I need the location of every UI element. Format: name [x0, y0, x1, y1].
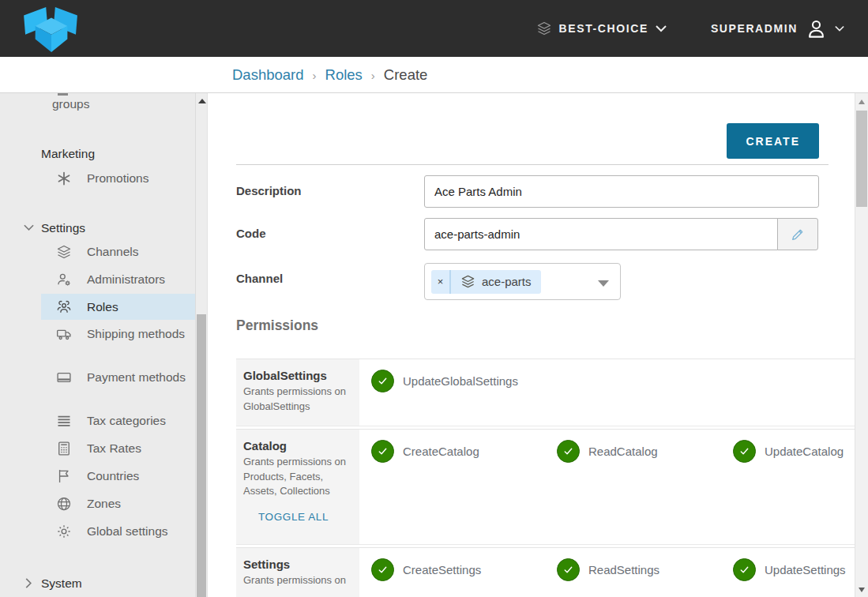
permission-row-globalsettings: GlobalSettings Grants permissions on Glo…: [236, 359, 855, 426]
toggle-UpdateGlobalSettings[interactable]: UpdateGlobalSettings: [371, 370, 557, 392]
permission-row-settings: Settings Grants permissions on CreateSet…: [236, 547, 855, 597]
check-icon: [733, 440, 756, 463]
check-icon: [733, 558, 756, 581]
sidebar-item-shipping-methods[interactable]: Shipping methods: [52, 324, 196, 344]
main-scrollbar[interactable]: [855, 93, 868, 597]
breadcrumb: Dashboard › Roles › Create: [0, 57, 868, 93]
sidebar-scrollbar-thumb[interactable]: [197, 314, 206, 597]
truck-icon: [56, 326, 72, 342]
sidebar-item-global-settings[interactable]: Global settings: [52, 521, 196, 541]
toggle-all-link[interactable]: TOGGLE ALL: [258, 511, 329, 523]
description-input[interactable]: [424, 175, 819, 208]
sidebar-scrollbar[interactable]: [195, 93, 208, 597]
permission-row-catalog: Catalog Grants permissions on Products, …: [236, 429, 855, 545]
permission-row-title: Settings: [243, 558, 351, 571]
sidebar-section-system[interactable]: System: [41, 573, 82, 593]
chevron-down-icon: [656, 25, 667, 32]
permission-row-description: Grants permissions on Products, Facets, …: [243, 455, 351, 499]
main-panel: CREATE Description Code: [208, 93, 868, 597]
sidebar-item-roles[interactable]: Roles: [52, 297, 196, 317]
code-label: Code: [236, 218, 424, 240]
credit-card-icon: [56, 370, 72, 385]
breadcrumb-current: Create: [384, 66, 428, 84]
chip-remove-button[interactable]: ×: [431, 270, 451, 294]
permission-row-description: Grants permissions on: [243, 573, 351, 588]
calculator-icon: [56, 441, 72, 456]
breadcrumb-separator: ›: [371, 67, 375, 82]
toggle-ReadSettings[interactable]: ReadSettings: [557, 558, 733, 581]
check-icon: [371, 558, 394, 581]
channel-switcher[interactable]: BEST-CHOICE: [536, 21, 667, 36]
create-role-form: CREATE Description Code: [208, 93, 855, 597]
sidebar-item-channels[interactable]: Channels: [52, 242, 196, 261]
channel-chip: × ace-parts: [431, 270, 541, 294]
breadcrumb-separator: ›: [313, 67, 317, 82]
sidebar-item-administrators[interactable]: Administrators: [52, 269, 196, 289]
breadcrumb-dashboard-link[interactable]: Dashboard: [232, 66, 304, 84]
list-icon: [56, 413, 72, 429]
administrator-icon: [56, 272, 72, 287]
scroll-up-arrow[interactable]: [198, 99, 206, 103]
chip-label: ace-parts: [482, 275, 532, 288]
chevron-down-icon: [24, 223, 34, 233]
main-scrollbar-thumb[interactable]: [856, 111, 867, 207]
check-icon: [557, 558, 580, 581]
sidebar-nav: groups Marketing Promotions Settings Cha…: [0, 93, 208, 597]
scroll-up-arrow[interactable]: [859, 100, 865, 104]
user-icon: [806, 18, 827, 39]
active-channel-label: BEST-CHOICE: [559, 22, 648, 35]
edit-code-button[interactable]: [777, 218, 818, 250]
sidebar-item-customer-groups-clipped[interactable]: groups: [52, 94, 89, 114]
toggle-ReadCatalog[interactable]: ReadCatalog: [557, 440, 733, 463]
users-group-icon: [56, 299, 72, 315]
sidebar-item-tax-rates[interactable]: Tax Rates: [52, 438, 196, 458]
toggle-CreateSettings[interactable]: CreateSettings: [371, 558, 557, 581]
pencil-icon: [790, 227, 806, 242]
breadcrumb-roles-link[interactable]: Roles: [325, 66, 363, 84]
header-divider: [236, 164, 829, 165]
channel-label: Channel: [236, 263, 424, 285]
sidebar-section-settings[interactable]: Settings: [41, 218, 85, 238]
sidebar-item-payment-methods[interactable]: Payment methods: [52, 367, 196, 387]
top-bar: BEST-CHOICE SUPERADMIN: [0, 0, 868, 57]
create-button[interactable]: CREATE: [727, 123, 819, 159]
permission-row-header: Catalog Grants permissions on Products, …: [236, 430, 359, 544]
sidebar-item-tax-categories[interactable]: Tax categories: [52, 411, 196, 430]
permission-row-title: Catalog: [243, 439, 351, 452]
permission-row-header: GlobalSettings Grants permissions on Glo…: [236, 359, 359, 426]
permission-row-description: Grants permissions on GlobalSettings: [243, 385, 351, 414]
sidebar-section-marketing: Marketing: [41, 144, 95, 163]
sidebar-item-zones[interactable]: Zones: [52, 494, 196, 513]
gear-icon: [56, 524, 72, 539]
sidebar-item-promotions[interactable]: Promotions: [52, 168, 196, 188]
chevron-right-icon: [24, 578, 34, 588]
layers-icon: [460, 274, 475, 289]
toggle-UpdateSettings[interactable]: UpdateSettings: [733, 558, 855, 581]
permission-row-header: Settings Grants permissions on: [236, 548, 359, 597]
dropdown-caret-icon: [598, 280, 609, 287]
page-body: groups Marketing Promotions Settings Cha…: [0, 93, 868, 597]
promotions-asterisk-icon: [56, 171, 72, 186]
layers-icon: [536, 21, 552, 36]
permissions-heading: Permissions: [236, 317, 829, 334]
app-window: BEST-CHOICE SUPERADMIN Dashboard › Roles…: [0, 0, 868, 597]
layers-icon: [56, 244, 72, 260]
description-label: Description: [236, 175, 424, 197]
check-icon: [371, 370, 394, 392]
vendure-cube-logo-icon[interactable]: [22, 4, 81, 53]
sidebar-item-countries[interactable]: Countries: [52, 466, 196, 486]
user-menu[interactable]: SUPERADMIN: [711, 18, 844, 39]
check-icon: [557, 440, 580, 463]
chevron-down-icon: [835, 25, 844, 32]
flag-icon: [56, 468, 72, 484]
check-icon: [371, 440, 394, 463]
channel-select[interactable]: × ace-parts: [424, 263, 621, 300]
toggle-UpdateCatalog[interactable]: UpdateCatalog: [733, 440, 855, 463]
username-label: SUPERADMIN: [711, 22, 798, 35]
permissions-table: GlobalSettings Grants permissions on Glo…: [236, 359, 855, 597]
code-input[interactable]: [424, 218, 778, 250]
permission-row-title: GlobalSettings: [243, 369, 351, 382]
globe-icon: [56, 496, 72, 512]
toggle-CreateCatalog[interactable]: CreateCatalog: [371, 440, 557, 463]
scroll-down-arrow[interactable]: [859, 588, 865, 592]
